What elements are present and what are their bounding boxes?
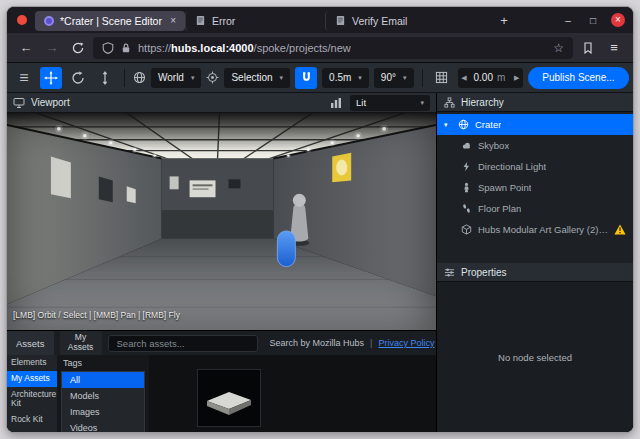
grid-height-value[interactable]: 0.00 xyxy=(471,72,496,83)
minimize-button[interactable]: – xyxy=(561,15,575,26)
node-label: Spawn Point xyxy=(478,182,531,193)
desktop-background: *Crater | Scene Editor × Error Verify Em… xyxy=(0,0,640,439)
viewport-3d-canvas[interactable]: [LMB] Orbit / Select | [MMB] Pan | [RMB]… xyxy=(7,113,436,330)
bookmark-star-icon[interactable]: ☆ xyxy=(553,41,564,55)
chevron-down-icon: ▾ xyxy=(191,74,195,82)
search-by-label: Search by Mozilla Hubs xyxy=(270,338,365,348)
rotate-tool-button[interactable] xyxy=(67,67,89,89)
back-wall-poster xyxy=(170,176,179,189)
url-bar[interactable]: https://hubs.local:4000/spoke/projects/n… xyxy=(93,37,573,59)
left-column: Viewport Lit ▾ xyxy=(7,93,436,432)
back-wall-lower xyxy=(162,210,274,239)
url-path: /spoke/projects/new xyxy=(254,42,351,54)
maximize-button[interactable]: □ xyxy=(586,15,600,26)
decrement-icon[interactable]: ◀ xyxy=(458,74,471,82)
grid-toggle-button[interactable] xyxy=(431,67,453,89)
asset-grid xyxy=(149,355,436,432)
tag-models[interactable]: Models xyxy=(62,388,144,404)
tag-all[interactable]: All xyxy=(62,372,144,388)
tags-dropdown-list: All Models Images Videos xyxy=(61,371,145,432)
forward-button[interactable]: → xyxy=(41,37,63,59)
hierarchy-tree-icon xyxy=(444,97,455,108)
hierarchy-tree: ▾ Crater Skybox Directional L xyxy=(437,112,633,263)
hierarchy-node-crater[interactable]: ▾ Crater xyxy=(437,114,633,135)
privacy-policy-link[interactable]: Privacy Policy xyxy=(378,338,434,348)
source-elements[interactable]: Elements xyxy=(7,355,57,371)
window-controls: – □ × xyxy=(561,13,625,27)
new-tab-button[interactable]: + xyxy=(495,13,513,28)
source-rock-kit[interactable]: Rock Kit xyxy=(7,412,57,428)
hierarchy-node-directional-light[interactable]: Directional Light xyxy=(437,156,633,177)
cube-icon xyxy=(461,224,472,235)
tag-images[interactable]: Images xyxy=(62,404,144,420)
asset-thumbnail[interactable] xyxy=(197,369,261,427)
left-wall-frame xyxy=(99,176,113,202)
translation-snap-value: 0.5m xyxy=(329,72,351,83)
node-label: Hubs Modular Art Gallery (2).glb xyxy=(478,224,608,235)
hierarchy-node-art-gallery-model[interactable]: Hubs Modular Art Gallery (2).glb xyxy=(437,219,633,240)
right-sidebar: Hierarchy ▾ Crater Skybox xyxy=(436,93,633,432)
warning-icon xyxy=(614,224,626,235)
tag-videos[interactable]: Videos xyxy=(62,420,144,432)
node-label: Skybox xyxy=(478,140,509,151)
hierarchy-node-floor-plan[interactable]: Floor Plan xyxy=(437,198,633,219)
lock-icon[interactable] xyxy=(120,42,132,54)
sign-text-line xyxy=(193,184,213,186)
viewport-controls-hint: [LMB] Orbit / Select | [MMB] Pan | [RMB]… xyxy=(13,310,180,320)
render-mode-select[interactable]: Lit ▾ xyxy=(350,95,430,111)
increment-icon[interactable]: ▶ xyxy=(510,74,523,82)
tab-assets[interactable]: Assets xyxy=(7,331,54,355)
close-button[interactable]: × xyxy=(611,13,625,27)
bookmarks-menu-icon[interactable] xyxy=(577,37,599,59)
assets-toolbar: Assets My Assets Search by Mozilla Hubs … xyxy=(7,331,436,355)
page-favicon-icon xyxy=(335,15,346,26)
node-label: Floor Plan xyxy=(478,203,521,214)
publish-scene-button[interactable]: Publish Scene... xyxy=(528,67,628,89)
tracking-shield-icon[interactable] xyxy=(102,42,114,54)
source-architecture-kit[interactable]: Architecture Kit xyxy=(7,387,57,413)
recording-indicator-icon xyxy=(17,15,27,25)
back-wall-frame xyxy=(228,179,240,188)
app-menu-button[interactable]: ≡ xyxy=(603,37,625,59)
assets-panel: Assets My Assets Search by Mozilla Hubs … xyxy=(7,330,436,432)
browser-tab-verify-email[interactable]: Verify Email xyxy=(325,11,485,31)
rotation-snap-select[interactable]: 90° ▾ xyxy=(374,68,414,88)
tab-close-icon[interactable]: × xyxy=(170,15,176,26)
hierarchy-node-spawn-point[interactable]: Spawn Point xyxy=(437,177,633,198)
monitor-icon xyxy=(13,97,25,109)
pivot-target-icon xyxy=(206,71,219,84)
collapse-caret-icon[interactable]: ▾ xyxy=(444,121,452,129)
spawn-point-capsule xyxy=(277,231,295,267)
properties-header: Properties xyxy=(437,263,633,282)
asset-model-preview xyxy=(198,370,260,426)
chevron-down-icon: ▾ xyxy=(358,74,362,82)
globe-icon xyxy=(458,119,469,130)
browser-tab-scene-editor[interactable]: *Crater | Scene Editor × xyxy=(35,11,185,31)
stats-icon[interactable] xyxy=(330,97,342,109)
hierarchy-title: Hierarchy xyxy=(461,97,504,108)
translation-snap-select[interactable]: 0.5m ▾ xyxy=(322,68,369,88)
hierarchy-node-skybox[interactable]: Skybox xyxy=(437,135,633,156)
scale-tool-button[interactable] xyxy=(94,67,116,89)
properties-body: No node selected xyxy=(437,282,633,432)
viewport-header: Viewport Lit ▾ xyxy=(7,93,436,113)
bolt-icon xyxy=(461,161,472,172)
tab-my-assets[interactable]: My Assets xyxy=(60,331,102,355)
reload-button[interactable] xyxy=(67,37,89,59)
url-text: https://hubs.local:4000/spoke/projects/n… xyxy=(138,42,351,54)
spoke-favicon-icon xyxy=(44,16,54,26)
translate-tool-button[interactable] xyxy=(40,67,62,89)
transform-pivot-select[interactable]: Selection ▾ xyxy=(224,68,290,88)
cloud-icon xyxy=(461,140,472,151)
properties-title: Properties xyxy=(461,267,507,278)
source-my-assets[interactable]: My Assets xyxy=(7,371,57,387)
asset-search-input[interactable] xyxy=(108,335,258,352)
browser-tab-error[interactable]: Error xyxy=(185,11,325,31)
shoe-prints-icon xyxy=(461,203,472,214)
tab-title: Error xyxy=(212,15,235,27)
editor-menu-button[interactable]: ≡ xyxy=(13,67,35,89)
transform-space-select[interactable]: World ▾ xyxy=(151,68,201,88)
back-button[interactable]: ← xyxy=(15,37,37,59)
snap-toggle-button[interactable] xyxy=(295,67,317,89)
chevron-down-icon: ▾ xyxy=(420,99,424,107)
